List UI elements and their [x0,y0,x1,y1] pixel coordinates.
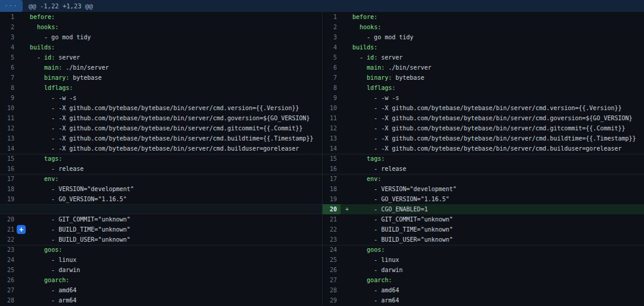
line-number[interactable]: 2 [0,22,18,32]
line-number[interactable]: 21 [0,224,18,235]
line-number[interactable]: 20 [0,214,18,224]
line-number[interactable]: 27 [0,285,18,295]
line-number[interactable]: 24 [0,255,18,265]
line-number[interactable]: 8 [0,83,18,93]
diff-marker [340,103,352,113]
line-number[interactable]: 18 [0,184,18,194]
diff-row: 12 - -X github.com/bytebase/bytebase/bin… [0,123,322,133]
code-line: builds: [30,42,322,52]
line-number[interactable]: 6 [323,63,340,73]
diff-marker [340,214,352,224]
line-number[interactable]: 18 [323,184,340,194]
code-line: env: [352,174,644,184]
diff-row: 15 tags: [323,154,644,164]
line-number[interactable]: 5 [323,52,340,63]
code-line: - GO_VERSION="1.16.5" [352,194,644,204]
diff-row: 4 builds: [323,42,644,52]
diff-row: 9 - -w -s [0,93,322,103]
diff-marker [340,12,352,22]
diff-row: 10 - -X github.com/bytebase/bytebase/bin… [323,103,644,113]
line-number[interactable]: 19 [323,194,340,204]
diff-row: 28 - arm64 [0,295,322,305]
line-number[interactable]: 14 [323,143,340,154]
line-number[interactable]: 22 [0,235,18,245]
line-number[interactable]: 9 [0,93,18,103]
line-number[interactable]: 15 [0,154,18,164]
line-number[interactable]: 21 [323,214,340,224]
line-number[interactable]: 7 [323,73,340,83]
line-number[interactable]: 11 [0,113,18,123]
diff-row: 21 - BUILD_TIME="unknown" + [0,224,322,235]
expand-hunk-button[interactable]: ··· [0,0,23,12]
diff-row: 22 - BUILD_TIME="unknown" [323,224,644,235]
line-number[interactable]: 28 [0,295,18,305]
line-number[interactable]: 12 [0,123,18,133]
code-line: - -w -s [352,93,644,103]
diff-marker [18,52,30,63]
line-number[interactable]: 23 [0,245,18,255]
line-number[interactable]: 4 [323,42,340,52]
diff-marker [18,123,30,133]
line-number[interactable]: 27 [323,275,340,285]
line-number[interactable]: 9 [323,93,340,103]
line-number[interactable]: 26 [323,265,340,275]
diff-marker [340,255,352,265]
line-number[interactable]: 17 [323,174,340,184]
line-number[interactable]: 17 [0,174,18,184]
code-line: tags: [30,154,322,164]
line-number[interactable]: 10 [0,103,18,113]
line-number[interactable]: 8 [323,83,340,93]
code-line: - arm64 [352,295,644,305]
line-number[interactable]: 3 [0,32,18,42]
line-number[interactable]: 6 [0,63,18,73]
line-number[interactable]: 3 [323,32,340,42]
line-number[interactable]: 23 [323,235,340,245]
line-number[interactable]: 4 [0,42,18,52]
diff-row: 25 - linux [323,255,644,265]
diff-marker [340,245,352,255]
code-line: - GIT_COMMIT="unknown" [352,214,644,224]
line-number[interactable]: 11 [323,113,340,123]
code-line: builds: [352,42,644,52]
split-diff: 1 before: 2 hooks: 3 - go mod tidy 4 bui… [0,12,644,305]
line-number[interactable]: 12 [323,123,340,133]
line-number[interactable]: 28 [323,285,340,295]
line-number[interactable]: 25 [0,265,18,275]
diff-marker [340,93,352,103]
line-number[interactable]: 1 [0,12,18,22]
line-number[interactable]: 22 [323,224,340,235]
line-number[interactable]: 16 [0,164,18,174]
diff-marker [340,295,352,305]
line-number[interactable]: 14 [0,143,18,154]
code-line: - darwin [352,265,644,275]
diff-row: 18 - VERSION="development" [323,184,644,194]
diff-pane-old: 1 before: 2 hooks: 3 - go mod tidy 4 bui… [0,12,322,305]
line-number[interactable]: 13 [0,133,18,143]
line-number[interactable]: 24 [323,245,340,255]
code-line: - BUILD_USER="unknown" [352,235,644,245]
code-line: - BUILD_USER="unknown" [30,235,322,245]
line-number[interactable]: 29 [323,295,340,305]
diff-marker [18,164,30,174]
line-number[interactable]: 10 [323,103,340,113]
line-number[interactable]: 16 [323,164,340,174]
code-line: - -w -s [30,93,322,103]
line-number[interactable]: 25 [323,255,340,265]
line-number[interactable]: 19 [0,194,18,204]
line-number[interactable]: 15 [323,154,340,164]
code-line: - -X github.com/bytebase/bytebase/bin/se… [352,143,644,154]
code-line: binary: bytebase [352,73,644,83]
line-number[interactable]: 7 [0,73,18,83]
code-line: hooks: [30,22,322,32]
add-comment-button[interactable]: + [17,225,26,234]
line-number[interactable]: 26 [0,275,18,285]
code-line: - go mod tidy [352,32,644,42]
line-number[interactable]: 20 [323,204,340,214]
line-number[interactable]: 1 [323,12,340,22]
code-line: - VERSION="development" [352,184,644,194]
line-number[interactable]: 5 [0,52,18,63]
diff-row: 16 - release [0,164,322,174]
line-number[interactable]: 2 [323,22,340,32]
line-number[interactable]: 13 [323,133,340,143]
diff-marker [18,63,30,73]
